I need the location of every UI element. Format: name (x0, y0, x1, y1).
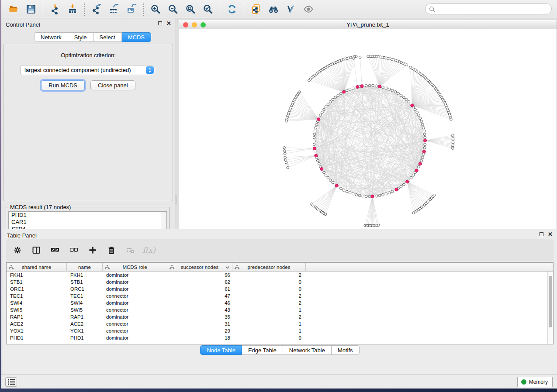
export-table-icon[interactable] (107, 2, 121, 17)
column-header-predecessor-nodes[interactable]: predecessor nodes (232, 263, 306, 272)
tab-mcds[interactable]: MCDS (122, 32, 151, 42)
network-node[interactable] (394, 91, 397, 93)
open-file-icon[interactable] (6, 2, 21, 17)
close-panel-button[interactable]: Close panel (90, 80, 135, 90)
network-node[interactable] (339, 187, 342, 190)
network-node[interactable] (352, 87, 354, 89)
network-node[interactable] (433, 194, 436, 196)
toggle-visibility-icon[interactable] (284, 2, 298, 17)
run-mcds-button[interactable]: Run MCDS (41, 80, 85, 90)
table-row[interactable]: SWI4SWI4dominator462 (7, 299, 547, 306)
mcds-hub-node[interactable] (335, 184, 338, 187)
network-node[interactable] (400, 186, 402, 188)
network-canvas[interactable] (179, 29, 557, 247)
mcds-hub-node[interactable] (320, 168, 323, 171)
network-node[interactable] (358, 194, 361, 197)
network-node[interactable] (285, 120, 288, 122)
network-node[interactable] (368, 195, 371, 198)
network-node[interactable] (325, 106, 327, 108)
network-node[interactable] (332, 98, 334, 101)
network-node[interactable] (388, 192, 391, 194)
export-image-icon[interactable] (124, 2, 139, 17)
network-node[interactable] (420, 120, 423, 123)
network-node[interactable] (402, 96, 405, 99)
show-all-icon[interactable] (301, 2, 316, 17)
network-node[interactable] (418, 114, 420, 117)
network-node[interactable] (329, 179, 332, 182)
network-node[interactable] (284, 159, 287, 162)
network-node[interactable] (402, 183, 405, 186)
mcds-hub-node[interactable] (360, 85, 363, 88)
network-node[interactable] (423, 133, 426, 136)
network-node[interactable] (421, 156, 424, 159)
mcds-hub-node[interactable] (378, 85, 381, 88)
network-node[interactable] (410, 176, 412, 179)
network-node[interactable] (375, 85, 377, 87)
column-header-name[interactable]: name (67, 263, 103, 272)
delete-columns-icon[interactable] (106, 245, 117, 255)
refresh-view-icon[interactable] (225, 2, 239, 17)
network-node[interactable] (315, 127, 317, 129)
table-mode-gear-icon[interactable] (12, 245, 23, 255)
network-node[interactable] (349, 192, 351, 194)
network-node[interactable] (313, 143, 315, 146)
network-node[interactable] (284, 149, 286, 152)
network-node[interactable] (375, 195, 377, 197)
tab-style[interactable]: Style (68, 32, 93, 42)
network-node[interactable] (420, 159, 423, 162)
mcds-hub-node[interactable] (343, 90, 346, 93)
mcds-hub-node[interactable] (411, 104, 414, 107)
network-node[interactable] (318, 162, 320, 165)
table-row[interactable]: ORC1ORC1dominator610 (7, 285, 547, 292)
zoom-in-icon[interactable] (148, 2, 163, 17)
window-minimize-icon[interactable] (192, 22, 197, 28)
mcds-hub-node[interactable] (395, 188, 398, 191)
memory-button[interactable]: Memory (517, 377, 553, 387)
network-node[interactable] (324, 213, 327, 216)
mcds-hub-node[interactable] (356, 86, 359, 89)
mcds-hub-node[interactable] (371, 195, 374, 198)
close-table-panel-icon[interactable]: ✕ (548, 232, 553, 236)
import-table-icon[interactable] (65, 2, 80, 17)
network-node[interactable] (334, 96, 337, 99)
network-node[interactable] (422, 127, 425, 129)
network-node[interactable] (352, 57, 355, 60)
table-row[interactable]: RAP1RAP1dominator352 (7, 313, 547, 320)
network-node[interactable] (367, 55, 370, 58)
network-node[interactable] (423, 130, 426, 132)
network-node[interactable] (359, 56, 361, 58)
float-table-panel-icon[interactable] (540, 232, 543, 236)
network-node[interactable] (287, 166, 289, 169)
network-node[interactable] (372, 84, 374, 87)
deselect-all-icon[interactable] (69, 245, 79, 255)
mcds-hub-node[interactable] (423, 139, 426, 142)
search-network-icon[interactable] (266, 2, 281, 17)
network-node[interactable] (284, 152, 286, 155)
table-row[interactable]: STB1STB1dominator620 (7, 279, 547, 285)
network-window-titlebar[interactable]: YPA_prune.txt_1 (179, 20, 557, 29)
network-node[interactable] (412, 174, 415, 176)
network-node[interactable] (332, 181, 334, 184)
import-network-icon[interactable] (48, 2, 62, 17)
network-node[interactable] (329, 100, 332, 103)
clone-network-icon[interactable] (249, 2, 263, 17)
network-node[interactable] (285, 162, 288, 164)
mcds-hub-node[interactable] (317, 118, 320, 121)
column-header-shared-name[interactable]: shared name (7, 263, 67, 272)
network-node[interactable] (308, 79, 311, 82)
mcds-result-item[interactable]: PHD1 (9, 212, 166, 219)
network-node[interactable] (314, 130, 316, 132)
network-node[interactable] (316, 159, 319, 162)
window-close-icon[interactable] (183, 22, 188, 28)
network-node[interactable] (424, 136, 426, 139)
window-zoom-icon[interactable] (201, 22, 206, 28)
network-node[interactable] (321, 111, 323, 113)
mcds-hub-node[interactable] (415, 169, 418, 172)
network-node[interactable] (416, 111, 419, 113)
network-node[interactable] (355, 193, 358, 196)
tab-edge-table[interactable]: Edge Table (242, 345, 283, 355)
zoom-fit-icon[interactable] (183, 2, 198, 17)
save-session-icon[interactable] (24, 2, 38, 17)
network-node[interactable] (352, 193, 354, 195)
table-scrollbar[interactable] (547, 272, 553, 344)
